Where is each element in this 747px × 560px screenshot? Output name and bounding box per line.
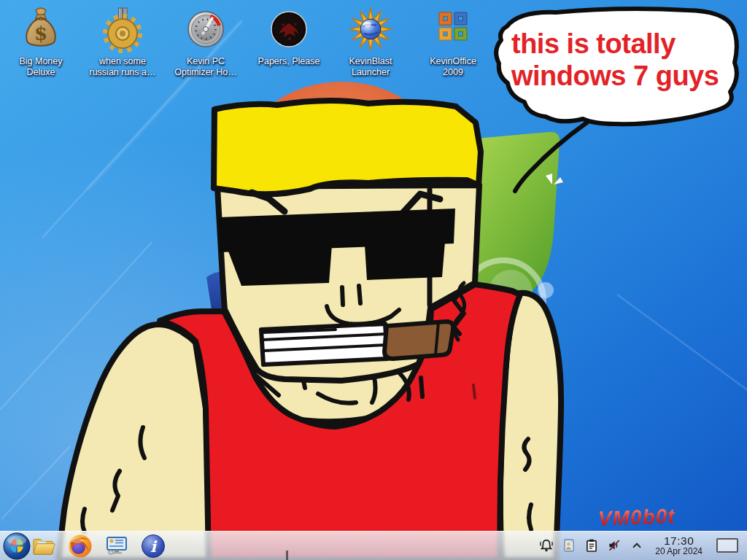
desktop-icon-label: Papers, Please [258,56,320,67]
desktop-icon-label: Big Money Deluxe [19,56,62,78]
clock-time: 17:30 [655,534,703,547]
clock-date: 20 Apr 2024 [655,547,703,556]
contact-note-icon[interactable] [562,538,576,553]
cigar [384,322,453,359]
money-bag-icon: $ [18,4,64,54]
system-tray: 17:30 20 Apr 2024 [539,534,744,556]
eagle-emblem-icon [266,4,312,54]
taskbar-clock[interactable]: 17:30 20 Apr 2024 [652,534,705,556]
desktop-icon-label: KevinOffice 2009 [430,56,476,78]
svg-text:$: $ [34,23,47,44]
firefox-icon [68,534,93,559]
character-hair [214,101,481,194]
mouth [261,324,387,365]
desktop-icon-label: Kevin PC Optimizer Ho… [174,56,236,78]
display-settings-button[interactable] [104,533,130,559]
firefox-button[interactable] [67,533,93,559]
start-button[interactable] [3,532,31,560]
volume-muted-icon[interactable] [607,538,622,553]
show-desktop-button[interactable] [716,538,738,553]
taskbar: i [0,531,747,560]
gear-icon [99,4,146,54]
desktop-icon-papers-please[interactable]: Papers, Please [248,4,330,67]
desktop-icon-label: when some russian runs a… [89,56,155,78]
file-manager-button[interactable] [31,533,57,559]
desktop-icon-kevinblast-launcher[interactable]: KevinBlast Launcher [330,4,411,78]
notifications-bell-icon[interactable] [539,538,554,553]
desktop-icon-kevin-pc-optimizer[interactable]: Kevin PC Optimizer Ho… [165,4,247,78]
desktop-icon-when-some-russian[interactable]: when some russian runs a… [82,4,163,78]
info-button[interactable]: i [140,533,166,559]
folder-icon [31,534,56,559]
desktop-icon-kevinoffice-2009[interactable]: KevinOffice 2009 [412,4,494,78]
desktop-icon-big-money-deluxe[interactable]: $ Big Money Deluxe [0,4,82,78]
desktop-icon-label: KevinBlast Launcher [349,56,392,78]
start-orb-icon [3,532,31,560]
taskbar-launchers: i [31,533,166,559]
desktop-icon-grid: $ Big Money Deluxe when some russian run… [0,4,747,85]
clipboard-icon[interactable] [584,538,599,553]
office-blocks-icon [430,4,476,54]
expand-tray-chevron-icon[interactable] [630,538,644,553]
sunburst-globe-icon [347,4,394,54]
paint-stray-mark [286,551,288,560]
gauge-icon [182,4,229,54]
desktop: this is totally windows 7 guys [0,0,747,560]
info-icon: i [141,534,166,559]
watermark: VM0b0t [597,505,676,531]
display-settings-icon [104,534,129,559]
